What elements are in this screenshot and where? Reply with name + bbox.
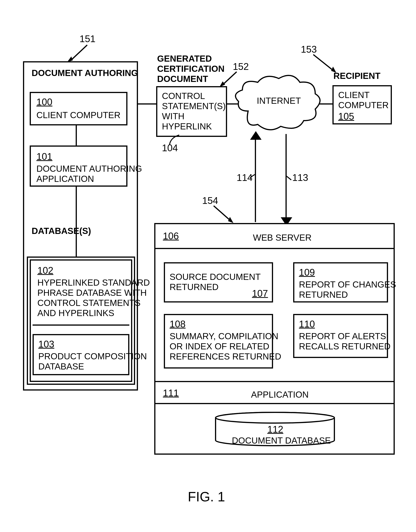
document-authoring-title: DOCUMENT AUTHORING bbox=[32, 68, 138, 78]
recipient-title: RECIPIENT bbox=[333, 71, 380, 81]
tick-114 bbox=[250, 174, 257, 180]
internet-label: INTERNET bbox=[257, 96, 301, 106]
conn-100-101 bbox=[76, 125, 77, 145]
databases-header: DATABASE(S) bbox=[32, 226, 91, 236]
pointer-104 bbox=[169, 134, 182, 145]
pointer-154-icon bbox=[211, 205, 236, 224]
svg-marker-7 bbox=[219, 81, 225, 87]
svg-marker-0 bbox=[250, 131, 262, 140]
callout-154: 154 bbox=[202, 195, 218, 206]
conn-cloud-recipient bbox=[319, 103, 333, 104]
ref-105: 105 bbox=[338, 111, 354, 122]
pointer-153-icon bbox=[310, 54, 339, 75]
callout-152: 152 bbox=[233, 61, 249, 72]
label-113: 113 bbox=[292, 172, 308, 183]
svg-marker-11 bbox=[228, 217, 233, 223]
figure-label: FIG. 1 bbox=[188, 489, 225, 505]
ref-107: 107 bbox=[252, 288, 268, 299]
label-105: CLIENT COMPUTER bbox=[338, 90, 389, 110]
ref-102: 102 bbox=[37, 265, 53, 276]
label-108: SUMMARY, COMPILATION OR INDEX OF RELATED… bbox=[169, 331, 281, 362]
label-104: CONTROL STATEMENT(S) WITH HYPERLINK bbox=[162, 91, 226, 132]
db-sep bbox=[33, 324, 129, 326]
ref-111: 111 bbox=[163, 388, 179, 399]
generated-title: GENERATED CERTIFICATION DOCUMENT bbox=[157, 54, 225, 84]
label-107: SOURCE DOCUMENT RETURNED bbox=[169, 272, 261, 292]
label-102: HYPERLINKED STANDARD PHRASE DATABASE WIT… bbox=[37, 278, 150, 318]
label-doc-database: DOCUMENT DATABASE bbox=[232, 436, 331, 446]
svg-marker-5 bbox=[67, 57, 73, 62]
ref-103: 103 bbox=[38, 339, 54, 350]
ws-sep-3 bbox=[154, 403, 395, 404]
label-doc-authoring-app: DOCUMENT AUTHORING APPLICATION bbox=[36, 164, 142, 184]
ref-109: 109 bbox=[299, 267, 315, 278]
svg-point-3 bbox=[216, 412, 334, 423]
ref-101: 101 bbox=[36, 151, 52, 162]
arrow-114-head-icon bbox=[250, 131, 262, 141]
label-application: APPLICATION bbox=[251, 390, 309, 400]
label-110: REPORT OF ALERTS, RECALLS RETURNED bbox=[299, 331, 390, 352]
pointer-151-icon bbox=[67, 44, 92, 63]
ws-sep-1 bbox=[154, 248, 395, 249]
ref-100: 100 bbox=[36, 97, 52, 108]
ref-108: 108 bbox=[169, 319, 186, 330]
callout-153: 153 bbox=[301, 44, 317, 55]
label-109: REPORT OF CHANGES RETURNED bbox=[299, 279, 396, 300]
ref-110: 110 bbox=[299, 319, 315, 330]
svg-line-8 bbox=[313, 55, 332, 70]
conn-auth-104 bbox=[138, 103, 157, 104]
ref-112: 112 bbox=[267, 424, 283, 435]
label-103: PRODUCT COMPOSITION DATABASE bbox=[38, 351, 147, 371]
label-web-server: WEB SERVER bbox=[253, 233, 312, 243]
svg-line-4 bbox=[71, 45, 87, 60]
svg-line-10 bbox=[214, 206, 230, 220]
svg-marker-9 bbox=[331, 66, 336, 73]
svg-line-6 bbox=[223, 72, 237, 84]
tick-113 bbox=[287, 176, 293, 182]
label-client-computer: CLIENT COMPUTER bbox=[36, 110, 120, 120]
ref-106: 106 bbox=[163, 231, 179, 242]
callout-151: 151 bbox=[79, 34, 95, 45]
ws-sep-2 bbox=[154, 381, 395, 382]
pointer-152-icon bbox=[218, 71, 239, 88]
diagram-canvas: DOCUMENT AUTHORING 100 CLIENT COMPUTER 1… bbox=[0, 0, 416, 532]
